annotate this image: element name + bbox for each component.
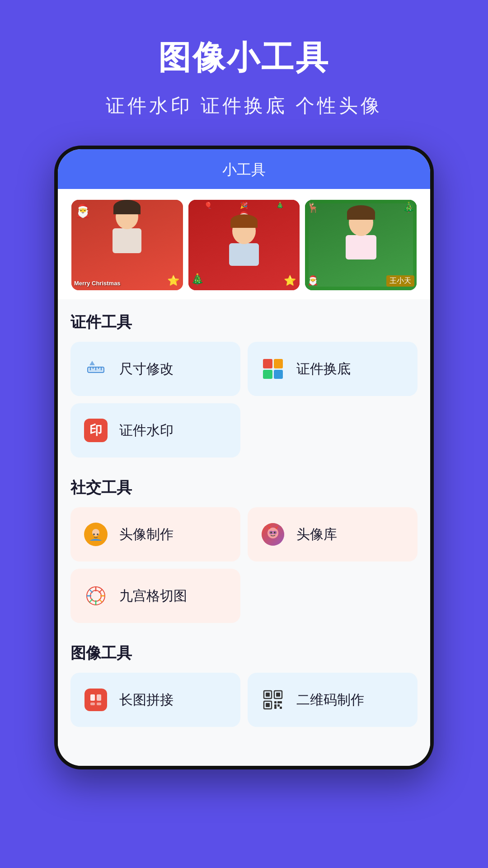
cert-tools-grid: 尺寸修改 证件换底: [70, 342, 418, 396]
tool-avatar-lib-label: 头像库: [296, 525, 337, 544]
tool-bg-change-label: 证件换底: [296, 360, 351, 378]
banner-item-2[interactable]: 🎈🎉🎄 🎄 ⭐ 🎅: [188, 200, 300, 290]
section-cert-title: 证件工具: [70, 312, 418, 333]
tool-resize[interactable]: 尺寸修改: [70, 342, 240, 396]
app-title: 图像小工具: [18, 36, 470, 80]
social-tools-grid: 头像制作: [70, 507, 418, 561]
avatar-lib-icon: [258, 520, 287, 549]
svg-point-16: [270, 532, 272, 533]
palette-icon: [258, 354, 287, 383]
long-img-icon: [81, 685, 110, 714]
section-cert-tools: 证件工具: [58, 299, 430, 458]
tool-watermark[interactable]: 印 证件水印: [70, 403, 240, 458]
tool-avatar-make-label: 头像制作: [119, 525, 174, 544]
tool-qr[interactable]: 二维码制作: [248, 673, 418, 727]
svg-point-17: [274, 532, 276, 533]
svg-rect-33: [277, 701, 280, 703]
section-social-tools: 社交工具: [58, 465, 430, 623]
image-tools-grid: 长图拼接: [70, 673, 418, 727]
phone-content: 🎅 ⭐ Merry Christmas: [58, 189, 430, 766]
section-image-tools: 图像工具: [58, 630, 430, 727]
svg-rect-38: [274, 707, 277, 709]
svg-rect-31: [266, 703, 270, 707]
christmas-text: Merry Christmas: [74, 280, 121, 287]
tool-resize-label: 尺寸修改: [119, 360, 174, 378]
app-subtitle: 证件水印 证件换底 个性头像: [18, 93, 470, 118]
phone-mockup: 小工具 🎅 ⭐: [54, 146, 434, 769]
tool-qr-label: 二维码制作: [296, 691, 364, 709]
svg-point-9: [92, 529, 99, 536]
grid-cut-icon: [81, 581, 110, 610]
tool-long-img[interactable]: 长图拼接: [70, 673, 240, 727]
tool-bg-change[interactable]: 证件换底: [248, 342, 418, 396]
section-social-title: 社交工具: [70, 477, 418, 498]
name-badge: 王小天: [386, 275, 414, 287]
svg-rect-27: [266, 693, 270, 697]
svg-rect-22: [90, 694, 95, 701]
svg-rect-24: [90, 703, 95, 705]
svg-rect-36: [277, 704, 280, 707]
ruler-icon: [81, 354, 110, 383]
bottom-spacer: [58, 734, 430, 748]
svg-rect-29: [276, 693, 280, 697]
tool-grid-cut[interactable]: 九宫格切图: [70, 569, 240, 623]
phone-screen: 小工具 🎅 ⭐: [58, 149, 430, 766]
svg-point-10: [93, 533, 95, 535]
header-section: 图像小工具 证件水印 证件换底 个性头像: [0, 0, 488, 146]
svg-rect-32: [274, 701, 277, 703]
phone-topbar: 小工具: [58, 149, 430, 189]
qr-icon: [258, 685, 287, 714]
svg-rect-25: [97, 703, 101, 705]
svg-marker-7: [89, 361, 95, 365]
tool-avatar-lib[interactable]: 头像库: [248, 507, 418, 561]
avatar-make-icon: [81, 520, 110, 549]
tool-avatar-make[interactable]: 头像制作: [70, 507, 240, 561]
svg-rect-23: [97, 694, 101, 701]
banner-item-3[interactable]: 🦌 🎄 王小天: [305, 200, 417, 290]
banner-item-1[interactable]: 🎅 ⭐ Merry Christmas: [71, 200, 183, 290]
tool-long-img-label: 长图拼接: [119, 691, 174, 709]
svg-rect-37: [280, 707, 282, 709]
stamp-icon: 印: [81, 416, 110, 445]
banner-row: 🎅 ⭐ Merry Christmas: [58, 189, 430, 299]
svg-rect-35: [274, 704, 277, 707]
phone-topbar-title: 小工具: [222, 161, 266, 178]
tool-watermark-label: 证件水印: [119, 421, 174, 440]
tool-grid-cut-label: 九宫格切图: [119, 587, 187, 605]
svg-rect-34: [280, 701, 282, 703]
svg-point-11: [97, 533, 99, 535]
section-image-title: 图像工具: [70, 643, 418, 664]
